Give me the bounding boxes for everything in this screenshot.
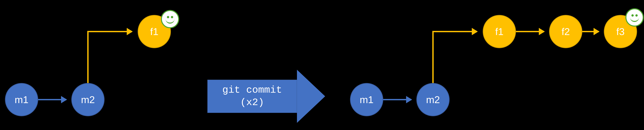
right-edge-m1-m2 xyxy=(383,99,412,100)
left-edge-m1-m2 xyxy=(38,99,66,100)
right-edge-f2-f3 xyxy=(582,31,599,32)
left-commit-m1: m1 xyxy=(5,83,38,116)
commit-label: m2 xyxy=(81,94,95,106)
right-commit-f1: f1 xyxy=(483,15,516,48)
commit-label: f2 xyxy=(562,26,570,37)
action-arrow-head xyxy=(297,70,325,123)
left-edge-m2-f1-vertical xyxy=(87,31,88,83)
commit-label: m1 xyxy=(360,94,374,106)
head-marker-left xyxy=(161,10,179,28)
right-commit-m1: m1 xyxy=(350,83,383,116)
commit-label: m2 xyxy=(426,94,440,106)
right-edge-m2-f1-vertical xyxy=(432,31,434,83)
commit-label: m1 xyxy=(14,94,28,106)
right-edge-f1-f2 xyxy=(516,31,544,32)
left-edge-m2-f1-horizontal xyxy=(87,31,132,32)
commit-label: f3 xyxy=(616,26,624,37)
action-repeat: (x2) xyxy=(240,96,264,109)
right-edge-m2-f1-horizontal xyxy=(432,31,477,32)
right-commit-f2: f2 xyxy=(549,15,582,48)
head-marker-right xyxy=(626,8,644,26)
action-arrow: git commit (x2) xyxy=(207,70,325,123)
right-commit-m2: m2 xyxy=(416,83,450,116)
diagram-stage: m1 m2 f1 git commit (x2) m1 m2 f1 xyxy=(0,0,644,130)
commit-label: f1 xyxy=(495,26,504,37)
commit-label: f1 xyxy=(150,26,158,37)
left-commit-m2: m2 xyxy=(71,83,104,116)
action-command: git commit xyxy=(222,84,282,96)
